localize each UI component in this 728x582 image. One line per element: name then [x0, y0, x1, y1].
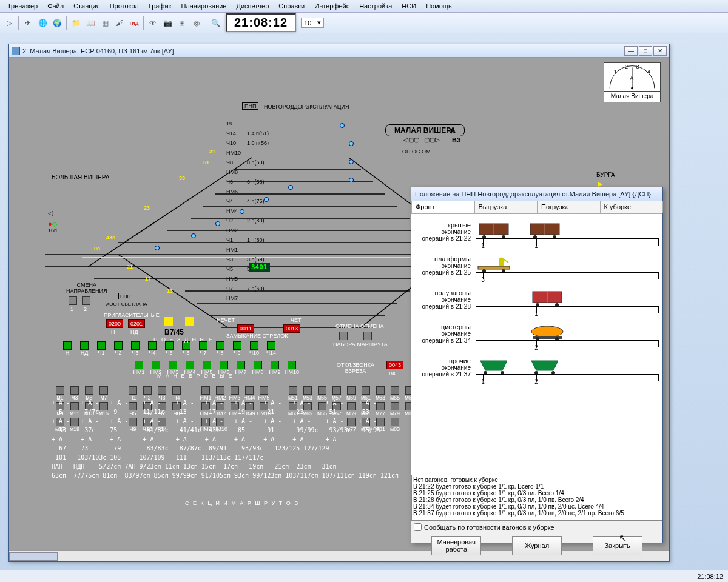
tool-globe2-icon[interactable]: 🌍 — [50, 16, 64, 30]
menu-нси[interactable]: НСИ — [397, 1, 421, 11]
signal-btn-Ч5[interactable] — [165, 341, 174, 350]
notify-checkbox[interactable] — [414, 523, 422, 531]
close-window-button[interactable]: ✕ — [653, 46, 667, 56]
signal-btn-НМ2[interactable] — [152, 361, 160, 369]
menu-тренажер[interactable]: Тренажер — [2, 1, 42, 11]
menu-настройка[interactable]: Настройка — [354, 1, 397, 11]
minimize-button[interactable]: — — [624, 46, 638, 56]
signal-btn-Ч4[interactable] — [148, 341, 157, 350]
tool-camera-icon[interactable]: 📷 — [161, 16, 174, 30]
tool-folder-icon[interactable]: 📁 — [69, 16, 83, 30]
menu-справки[interactable]: Справки — [274, 1, 309, 11]
tool-zoom-icon[interactable]: 🔍 — [209, 16, 222, 30]
route-btn-м59[interactable] — [347, 386, 356, 395]
svg-text:3: 3 — [636, 64, 639, 70]
route-btn-м51[interactable] — [289, 386, 297, 395]
route-btn-Ч3[interactable] — [158, 386, 166, 395]
menu-станция[interactable]: Станция — [69, 1, 104, 11]
signal-btn-НМ1[interactable] — [135, 361, 143, 369]
tool-arrow-icon[interactable]: ▷ — [2, 16, 16, 30]
smena-btn-2[interactable] — [82, 296, 90, 305]
menu-помощь[interactable]: Помощь — [421, 1, 457, 11]
svg-rect-36 — [478, 266, 510, 269]
tool-grid-icon[interactable]: ▦ — [98, 16, 112, 30]
route-btn-м63[interactable] — [376, 386, 385, 395]
route-btn-м61[interactable] — [362, 386, 370, 395]
log-line: В 21:28 будет готово к уборке 1/1 кр, 0/… — [413, 497, 661, 503]
invite-btn-0201[interactable]: 0201 — [128, 319, 145, 328]
wagon-row-covered: крытыеокончание операций в 21:2211 — [415, 221, 659, 247]
menu-график[interactable]: График — [144, 1, 177, 11]
route-btn-НМ2[interactable] — [216, 386, 224, 395]
route-btn-НМ1[interactable] — [201, 386, 210, 395]
signal-btn-НМ10[interactable] — [288, 361, 296, 369]
close-dialog-button[interactable]: Закрыть — [593, 536, 642, 555]
signal-btn-НД[interactable] — [80, 341, 89, 350]
signal-btn-Ч8[interactable] — [216, 341, 224, 350]
signal-btn-Ч7[interactable] — [199, 341, 207, 350]
scale-combo[interactable]: 10▾ — [301, 18, 324, 28]
signal-btn-НМ8[interactable] — [254, 361, 262, 369]
maximize-button[interactable]: □ — [639, 46, 652, 56]
journal-button[interactable]: Журнал — [512, 536, 562, 555]
signal-btn-НМ5[interactable] — [203, 361, 211, 369]
tab-3[interactable]: К уборке — [600, 201, 664, 213]
log-list[interactable]: Нет вагонов, готовых к уборкеВ 21:22 буд… — [411, 475, 662, 521]
otmena-label: ОТМЕНА ОТМЕНА — [335, 323, 384, 329]
menu-диспетчер[interactable]: Диспетчер — [231, 1, 274, 11]
tool-target-icon[interactable]: ◎ — [190, 16, 203, 30]
invite-btn-0200[interactable]: 0200 — [106, 319, 123, 328]
signal-btn-Ч6[interactable] — [182, 341, 190, 350]
tool-gid-icon[interactable]: гид — [127, 16, 141, 30]
route-btn-м3[interactable] — [70, 386, 79, 395]
tool-globe-icon[interactable]: 🌐 — [36, 16, 49, 30]
tab-0[interactable]: Фронт — [411, 201, 475, 213]
signal-btn-Ч2[interactable] — [114, 341, 123, 350]
tool-brush-icon[interactable]: 🖌 — [113, 16, 126, 30]
signal-btn-Н[interactable] — [63, 341, 72, 350]
log-line: В 21:25 будет готово к уборке 1/1 кр, 0/… — [413, 490, 661, 497]
route-btn-Ч2[interactable] — [143, 386, 152, 395]
route-btn-Ч4[interactable] — [172, 386, 181, 395]
signal-btn-НМ3[interactable] — [169, 361, 177, 369]
signal-btn-НМ7[interactable] — [237, 361, 245, 369]
station-titlebar: 2: Малая Вишера, ЕСР 04160, ПЗ 161км 7пк… — [9, 44, 669, 58]
menu-протокол[interactable]: Протокол — [105, 1, 144, 11]
signal-btn-Ч10[interactable] — [250, 341, 258, 350]
route-btn-НМ4[interactable] — [245, 386, 254, 395]
route-btn-м55[interactable] — [318, 386, 326, 395]
signal-btn-Ч1[interactable] — [97, 341, 106, 350]
menu-планирование[interactable]: Планирование — [176, 1, 231, 11]
signal-btn-НМ4[interactable] — [186, 361, 194, 369]
tool-grid2-icon[interactable]: ⊞ — [175, 16, 189, 30]
route-btn-м57[interactable] — [332, 386, 341, 395]
route-btn-м53[interactable] — [303, 386, 312, 395]
tab-body-front: крытыеокончание операций в 21:2211платфо… — [411, 214, 662, 475]
route-btn-м5[interactable] — [85, 386, 93, 395]
route-btn-м7[interactable] — [99, 386, 108, 395]
shunting-work-button[interactable]: Маневровая работа — [431, 536, 481, 555]
tool-plane-icon[interactable]: ✈ — [21, 16, 35, 30]
route-btn-Ч1[interactable] — [129, 386, 137, 395]
tab-2[interactable]: Погрузка — [537, 201, 601, 213]
signal-btn-Ч3[interactable] — [131, 341, 140, 350]
tab-1[interactable]: Выгрузка — [474, 201, 538, 213]
smena-btn-1[interactable] — [69, 296, 77, 305]
tool-eye-icon[interactable]: 👁 — [146, 16, 160, 30]
route-btn-м65[interactable] — [391, 386, 399, 395]
gauge-label: Малая Вишера — [604, 91, 660, 101]
status-time: 21:08:12 — [692, 572, 728, 581]
signal-btn-Ч14[interactable] — [267, 341, 275, 350]
route-btn-НМ5[interactable] — [260, 386, 268, 395]
otkl-label: ОТКЛ.ЗВОНКА ВЗРЕЗА — [337, 362, 374, 374]
zamstrelok-label: ЗАМЫКАНИЕ СТРЕЛОК — [226, 333, 288, 339]
signal-btn-НМ9[interactable] — [271, 361, 279, 369]
route-btn-м1[interactable] — [56, 386, 64, 395]
signal-btn-НМ6[interactable] — [220, 361, 228, 369]
menu-файл[interactable]: Файл — [42, 1, 69, 11]
menu-интерфейс[interactable]: Интерфейс — [309, 1, 354, 11]
tool-book-icon[interactable]: 📖 — [84, 16, 97, 30]
route-btn-НМ3[interactable] — [231, 386, 239, 395]
signal-btn-Ч9[interactable] — [233, 341, 241, 350]
wagon-row-hopper: прочиеокончание операций в 21:3712 — [415, 357, 659, 383]
